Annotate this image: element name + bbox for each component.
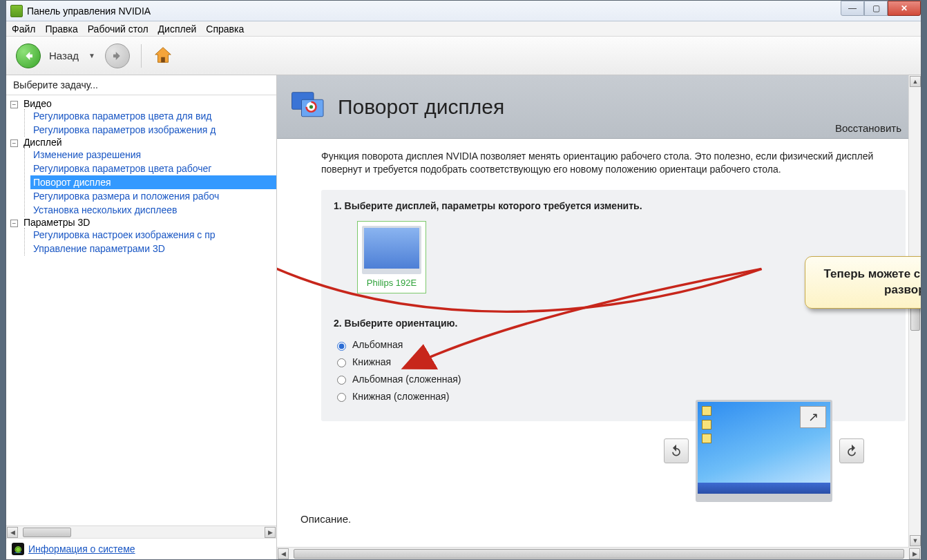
maximize-button[interactable]: ▢ bbox=[864, 1, 888, 16]
orientation-radio[interactable] bbox=[337, 393, 346, 402]
tree-item-size-position[interactable]: Регулировка размера и положения рабоч bbox=[30, 189, 276, 203]
page-title: Поворот дисплея bbox=[338, 95, 504, 119]
tree-group-label: Видео bbox=[23, 98, 52, 109]
page-header: Поворот дисплея Восстановить bbox=[277, 75, 921, 139]
svg-point-4 bbox=[309, 105, 313, 108]
task-tree: − Видео Регулировка параметров цвета для… bbox=[6, 95, 276, 525]
menu-edit[interactable]: Правка bbox=[45, 23, 77, 35]
rotate-cw-button[interactable] bbox=[839, 438, 864, 463]
orientation-options: Альбомная Книжная Альбомная (сложенная) bbox=[334, 338, 893, 403]
tree-item-resolution[interactable]: Изменение разрешения bbox=[30, 148, 276, 162]
desktop-icon bbox=[702, 420, 711, 429]
tree-item-video-color[interactable]: Регулировка параметров цвета для вид bbox=[30, 109, 276, 123]
menu-file[interactable]: Файл bbox=[12, 23, 35, 35]
scroll-thumb[interactable] bbox=[294, 549, 904, 559]
back-dropdown-icon[interactable]: ▼ bbox=[88, 52, 95, 59]
tree-children-display: Изменение разрешения Регулировка парамет… bbox=[24, 148, 276, 217]
main-content: Поворот дисплея Восстановить Функция пов… bbox=[277, 75, 921, 559]
rotate-cw-icon bbox=[845, 444, 859, 458]
desktop-icon bbox=[702, 406, 711, 416]
home-icon bbox=[153, 44, 173, 65]
tree-group-3d[interactable]: − Параметры 3D bbox=[10, 217, 276, 228]
restore-link[interactable]: Восстановить bbox=[835, 122, 901, 134]
step1-title: 1. Выберите дисплей, параметры которого … bbox=[334, 200, 893, 213]
forward-button[interactable] bbox=[105, 44, 130, 68]
orientation-radio[interactable] bbox=[337, 376, 346, 385]
scroll-up-icon[interactable]: ▲ bbox=[910, 76, 921, 87]
app-window: Панель управления NVIDIA — ▢ ✕ Файл Прав… bbox=[6, 0, 921, 560]
orientation-label: Книжная (сложенная) bbox=[352, 390, 449, 403]
annotation-callout: Теперь можете с легкостью выполнить разв… bbox=[805, 256, 921, 309]
orientation-landscape[interactable]: Альбомная bbox=[334, 338, 893, 351]
monitor-icon bbox=[362, 226, 421, 274]
step2-title: 2. Выберите ориентацию. bbox=[334, 317, 893, 330]
scroll-right-icon[interactable]: ▶ bbox=[909, 548, 920, 559]
preview-area: ↗ bbox=[664, 400, 864, 502]
scroll-left-icon[interactable]: ◀ bbox=[278, 548, 289, 559]
orientation-chip-icon: ↗ bbox=[800, 406, 826, 428]
back-button[interactable] bbox=[16, 44, 41, 68]
back-label: Назад bbox=[49, 50, 79, 61]
tree-group-label: Параметры 3D bbox=[23, 217, 90, 228]
orientation-landscape-flipped[interactable]: Альбомная (сложенная) bbox=[334, 373, 893, 386]
tree-item-desktop-color[interactable]: Регулировка параметров цвета рабочег bbox=[30, 162, 276, 175]
menu-help[interactable]: Справка bbox=[206, 23, 244, 35]
tree-item-3d-manage[interactable]: Управление параметрами 3D bbox=[30, 242, 276, 255]
display-tile[interactable]: Philips 192E bbox=[357, 221, 426, 294]
rotate-ccw-icon bbox=[669, 444, 683, 458]
minimize-button[interactable]: — bbox=[841, 1, 864, 16]
nvidia-app-icon bbox=[10, 5, 23, 17]
content-vscrollbar[interactable]: ▲ ▼ bbox=[908, 75, 921, 547]
tree-item-rotate-display[interactable]: Поворот дисплея bbox=[30, 175, 276, 189]
tree-children-video: Регулировка параметров цвета для вид Рег… bbox=[24, 109, 276, 137]
scroll-thumb[interactable] bbox=[23, 528, 71, 537]
orientation-label: Книжная bbox=[352, 356, 391, 369]
toolbar-separator bbox=[141, 44, 142, 68]
sidebar: Выберите задачу... − Видео Регулировка п… bbox=[6, 75, 277, 559]
arrow-right-icon bbox=[111, 50, 124, 62]
collapse-icon[interactable]: − bbox=[10, 101, 18, 108]
system-info-label: Информация о системе bbox=[28, 543, 135, 554]
scroll-right-icon[interactable]: ▶ bbox=[265, 527, 276, 538]
sidebar-hscrollbar[interactable]: ◀ ▶ bbox=[6, 525, 276, 538]
tree-item-multi-display[interactable]: Установка нескольких дисплеев bbox=[30, 203, 276, 217]
preview-taskbar bbox=[698, 483, 830, 494]
scroll-down-icon[interactable]: ▼ bbox=[910, 535, 921, 546]
tree-group-label: Дисплей bbox=[23, 137, 62, 148]
orientation-radio[interactable] bbox=[337, 342, 346, 351]
menubar: Файл Правка Рабочий стол Дисплей Справка bbox=[6, 21, 921, 37]
titlebar[interactable]: Панель управления NVIDIA — ▢ ✕ bbox=[6, 1, 921, 21]
menu-display[interactable]: Дисплей bbox=[158, 23, 197, 35]
content-area: Функция поворота дисплея NVIDIA позволяе… bbox=[277, 139, 921, 547]
orientation-radio[interactable] bbox=[337, 358, 346, 367]
close-button[interactable]: ✕ bbox=[888, 1, 921, 16]
window-buttons: — ▢ ✕ bbox=[841, 1, 921, 17]
display-name: Philips 192E bbox=[362, 277, 421, 289]
tree-children-3d: Регулировка настроек изображения с пр Уп… bbox=[24, 228, 276, 255]
tree-group-display[interactable]: − Дисплей bbox=[10, 137, 276, 148]
arrow-left-icon bbox=[22, 50, 35, 62]
home-button[interactable] bbox=[153, 44, 173, 67]
menu-desktop[interactable]: Рабочий стол bbox=[88, 23, 149, 35]
body: Выберите задачу... − Видео Регулировка п… bbox=[6, 75, 921, 559]
rotate-display-header-icon bbox=[289, 86, 328, 127]
orientation-label: Альбомная (сложенная) bbox=[352, 373, 461, 386]
collapse-icon[interactable]: − bbox=[10, 139, 18, 147]
system-info-link[interactable]: ◉ Информация о системе bbox=[6, 538, 276, 559]
scroll-left-icon[interactable]: ◀ bbox=[7, 527, 18, 538]
content-hscrollbar[interactable]: ◀ ▶ bbox=[277, 547, 921, 559]
page-description: Функция поворота дисплея NVIDIA позволяе… bbox=[321, 150, 906, 176]
toolbar: Назад ▼ bbox=[6, 37, 921, 75]
rotate-ccw-button[interactable] bbox=[664, 438, 689, 463]
tree-item-3d-image[interactable]: Регулировка настроек изображения с пр bbox=[30, 228, 276, 242]
description-footer: Описание. bbox=[300, 512, 351, 526]
nvidia-badge-icon: ◉ bbox=[12, 543, 24, 555]
collapse-icon[interactable]: − bbox=[10, 220, 18, 227]
callout-text: Теперь можете с легкостью выполнить разв… bbox=[823, 267, 921, 296]
tree-item-video-image[interactable]: Регулировка параметров изображения д bbox=[30, 123, 276, 137]
tree-group-video[interactable]: − Видео bbox=[10, 98, 276, 109]
orientation-portrait[interactable]: Книжная bbox=[334, 356, 893, 369]
desktop-icon bbox=[702, 434, 711, 443]
preview-monitor: ↗ bbox=[696, 400, 832, 502]
window-title: Панель управления NVIDIA bbox=[27, 6, 151, 17]
